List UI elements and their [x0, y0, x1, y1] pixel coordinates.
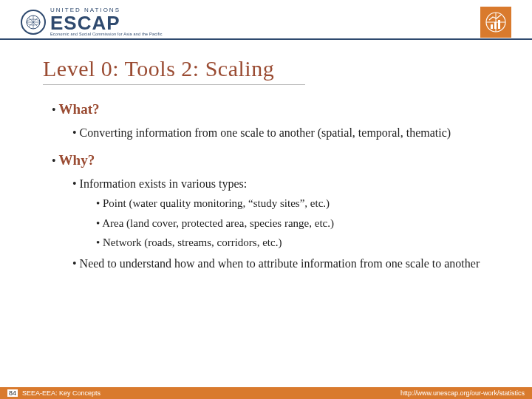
escap-logo: UNITED NATIONS ESCAP Economic and Social… [21, 7, 163, 37]
footer-doc-title: SEEA-EEA: Key Concepts [22, 389, 100, 397]
page-number: 84 [7, 389, 18, 397]
slide-content: What? Converting information from one sc… [0, 85, 532, 272]
bullet-what: What? Converting information from one sc… [52, 100, 480, 140]
why-network: Network (roads, streams, corridors, etc.… [96, 235, 480, 250]
what-label: What? [59, 101, 100, 117]
slide-title: Level 0: Tools 2: Scaling [43, 40, 305, 85]
header-bar: UNITED NATIONS ESCAP Economic and Social… [0, 0, 532, 40]
svg-rect-5 [491, 24, 493, 29]
why-intro: Information exists in various types: Poi… [72, 176, 480, 250]
why-area: Area (land cover, protected area, specie… [96, 216, 480, 231]
org-main: ESCAP [50, 13, 163, 33]
chart-logo-icon [480, 7, 511, 38]
un-emblem-icon [21, 10, 46, 35]
why-point: Point (water quality monitoring, “study … [96, 196, 480, 211]
why-intro-text: Information exists in various types: [80, 177, 248, 190]
footer-bar: 84 SEEA-EEA: Key Concepts http://www.une… [0, 387, 532, 399]
footer-left: 84 SEEA-EEA: Key Concepts [7, 389, 100, 397]
what-detail: Converting information from one scale to… [72, 125, 480, 141]
org-sub: Economic and Social Commission for Asia … [50, 33, 163, 37]
footer-url: http://www.unescap.org/our-work/statisti… [400, 389, 525, 397]
why-label: Why? [59, 152, 95, 168]
why-need: Need to understand how and when to attri… [72, 256, 480, 272]
svg-rect-6 [494, 22, 497, 29]
escap-text: UNITED NATIONS ESCAP Economic and Social… [50, 7, 163, 37]
svg-rect-7 [498, 20, 500, 29]
bullet-why: Why? Information exists in various types… [52, 151, 480, 272]
